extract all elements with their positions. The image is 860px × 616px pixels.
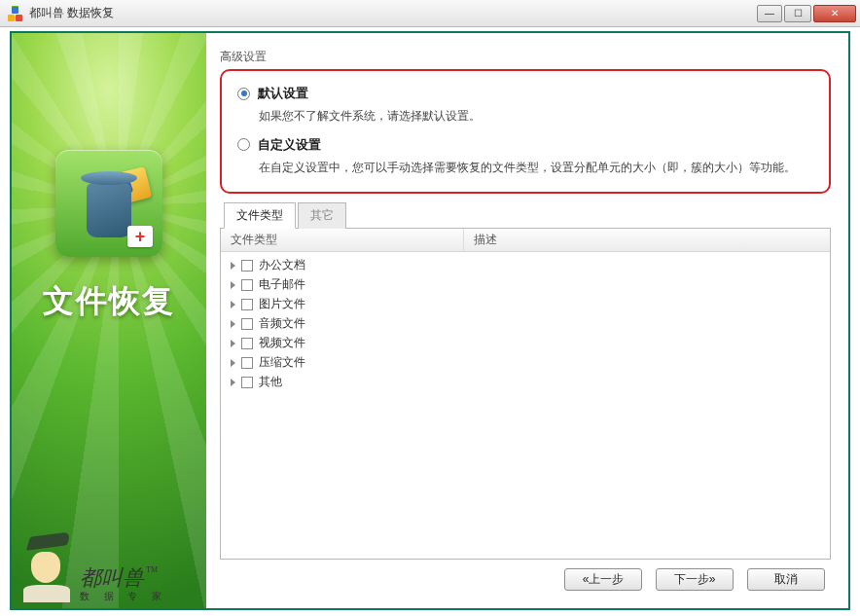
brand-name: 都叫兽 (80, 565, 144, 590)
radio-default-desc: 如果您不了解文件系统，请选择默认设置。 (259, 108, 813, 125)
brand-logo: 都叫兽TM 数 据 专 家 (18, 534, 167, 602)
prev-button[interactable]: «上一步 (564, 568, 642, 591)
expand-icon[interactable] (231, 281, 235, 289)
table-header: 文件类型 描述 (221, 229, 830, 252)
app-icon (8, 6, 23, 21)
content-area: 高级设置 默认设置 如果您不了解文件系统，请选择默认设置。 自定义设置 在自定义… (206, 33, 848, 608)
checkbox[interactable] (241, 299, 253, 310)
checkbox[interactable] (241, 318, 253, 330)
table-row[interactable]: 音频文件 (221, 314, 830, 334)
checkbox[interactable] (241, 260, 253, 272)
checkbox[interactable] (241, 279, 253, 291)
expand-icon[interactable] (231, 359, 235, 367)
tab-strip: 文件类型 其它 (220, 201, 831, 228)
col-description[interactable]: 描述 (464, 229, 830, 251)
row-label: 办公文档 (259, 257, 305, 273)
radio-custom-desc: 在自定义设置中，您可以手动选择需要恢复的文件类型，设置分配单元的大小（即，簇的大… (259, 160, 813, 176)
radio-custom[interactable]: 自定义设置 (237, 136, 813, 154)
trademark: TM (146, 565, 158, 574)
next-button[interactable]: 下一步» (656, 568, 734, 591)
table-row[interactable]: 图片文件 (221, 295, 830, 314)
expand-icon[interactable] (231, 379, 235, 386)
row-label: 压缩文件 (259, 354, 305, 371)
expand-icon[interactable] (231, 262, 235, 270)
table-row[interactable]: 电子邮件 (221, 275, 830, 295)
radio-default[interactable]: 默认设置 (237, 85, 813, 102)
window-title: 都叫兽 数据恢复 (29, 5, 757, 21)
radio-default-label: 默认设置 (258, 85, 308, 102)
table-row[interactable]: 办公文档 (221, 256, 830, 275)
cancel-button[interactable]: 取消 (747, 568, 825, 591)
tabs-area: 文件类型 其它 文件类型 描述 办公文档 电子邮件 图片文件 音频文件 视频文件… (220, 201, 831, 560)
table-row[interactable]: 其他 (221, 373, 830, 392)
radio-custom-label: 自定义设置 (258, 136, 321, 154)
medical-cross-icon: + (127, 226, 153, 247)
row-label: 其他 (259, 374, 282, 390)
checkbox[interactable] (241, 338, 253, 349)
radio-icon (237, 88, 250, 100)
group-label: 高级设置 (220, 49, 831, 65)
row-label: 音频文件 (259, 315, 305, 332)
row-label: 视频文件 (259, 335, 305, 351)
maximize-button[interactable]: ☐ (784, 5, 811, 22)
table-body: 办公文档 电子邮件 图片文件 音频文件 视频文件 压缩文件 其他 (221, 252, 830, 396)
sidebar-title: 文件恢复 (12, 280, 206, 323)
brand-tagline: 数 据 专 家 (80, 591, 167, 602)
recovery-icon: + (55, 150, 162, 257)
sidebar: + 文件恢复 都叫兽TM 数 据 专 家 (12, 33, 206, 608)
table-row[interactable]: 视频文件 (221, 334, 830, 353)
row-label: 图片文件 (259, 296, 305, 312)
minimize-button[interactable]: — (757, 5, 782, 22)
titlebar: 都叫兽 数据恢复 — ☐ ✕ (0, 0, 860, 27)
expand-icon[interactable] (231, 320, 235, 328)
radio-icon (237, 138, 250, 151)
checkbox[interactable] (241, 377, 253, 388)
main-frame: + 文件恢复 都叫兽TM 数 据 专 家 高级设置 默认设置 如果您不了解文件系… (10, 31, 850, 610)
settings-highlight-box: 默认设置 如果您不了解文件系统，请选择默认设置。 自定义设置 在自定义设置中，您… (220, 69, 831, 194)
expand-icon[interactable] (231, 301, 235, 308)
file-type-table: 文件类型 描述 办公文档 电子邮件 图片文件 音频文件 视频文件 压缩文件 其他 (220, 228, 831, 560)
tab-file-type[interactable]: 文件类型 (224, 202, 296, 229)
close-button[interactable]: ✕ (813, 5, 856, 22)
tab-other[interactable]: 其它 (298, 202, 346, 229)
window-controls: — ☐ ✕ (757, 5, 856, 22)
footer-buttons: «上一步 下一步» 取消 (220, 560, 831, 598)
col-file-type[interactable]: 文件类型 (221, 229, 464, 251)
checkbox[interactable] (241, 357, 253, 369)
expand-icon[interactable] (231, 340, 235, 347)
row-label: 电子邮件 (259, 276, 305, 293)
table-row[interactable]: 压缩文件 (221, 353, 830, 373)
